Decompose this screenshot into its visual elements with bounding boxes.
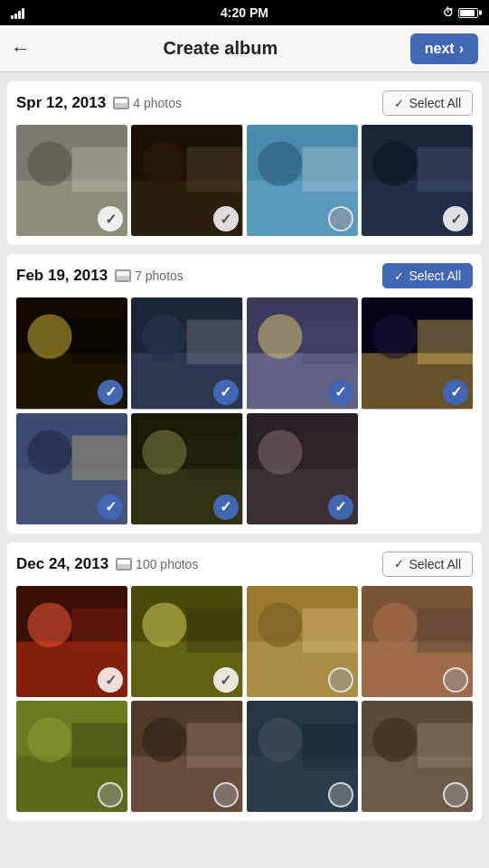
photos-icon [113,97,129,109]
photo-cell[interactable]: ✓ [131,701,242,812]
svg-rect-55 [302,608,358,652]
photo-cell[interactable]: ✓ [247,125,358,236]
svg-point-70 [258,717,302,761]
select-all-label: Select All [409,269,461,283]
photo-cell[interactable]: ✓ [131,125,242,236]
check-icon: ✓ [394,269,404,283]
svg-rect-75 [417,723,473,768]
page-title: Create album [164,38,278,59]
svg-rect-51 [187,608,243,652]
photo-cell[interactable]: ✓ [362,297,473,409]
photo-cell[interactable]: ✓ [16,413,127,524]
photo-count-text-1: 7 photos [135,269,183,283]
photo-check-overlay: ✓ [213,206,239,231]
next-label: next [425,41,455,57]
section-photo-count-1: 7 photos [115,269,183,283]
svg-rect-19 [72,320,128,364]
section-photo-count-0: 4 photos [113,96,182,110]
photo-cell[interactable]: ✓ [247,413,358,524]
status-time: 4:20 PM [221,5,268,20]
select-all-button-0[interactable]: ✓Select All [382,90,473,116]
photo-cell[interactable]: ✓ [16,586,127,697]
select-all-button-2[interactable]: ✓Select All [382,552,473,577]
section-header-2: Dec 24, 2013100 photos✓Select All [16,552,473,577]
section-photo-count-2: 100 photos [116,557,198,571]
photo-check-overlay: ✓ [328,495,353,520]
section-header-1: Feb 19, 20137 photos✓Select All [16,263,473,288]
photo-check-overlay: ✓ [213,667,239,693]
svg-rect-59 [417,608,473,652]
photo-count-text-2: 100 photos [136,557,198,571]
photo-cell[interactable]: ✓ [247,586,358,697]
photo-check-overlay: ✓ [328,782,353,807]
svg-rect-31 [417,320,473,364]
svg-rect-7 [187,147,243,192]
photos-icon [115,269,131,282]
svg-point-58 [372,602,417,646]
photo-cell[interactable]: ✓ [16,297,127,409]
clock-icon: ⏱ [443,6,454,19]
back-button[interactable]: ← [11,37,31,61]
photo-check-overlay: ✓ [443,380,468,405]
photo-grid-2: ✓ ✓ ✓ ✓ ✓ ✓ ✓ ✓ [16,586,473,813]
svg-point-6 [143,141,187,185]
photo-check-overlay: ✓ [213,782,239,807]
photo-cell[interactable]: ✓ [362,701,473,812]
photo-check-overlay: ✓ [328,206,353,231]
photo-check-overlay: ✓ [98,495,123,520]
svg-point-38 [143,429,187,474]
svg-point-54 [258,602,302,646]
section-date-2: Dec 24, 2013 [16,555,108,573]
photo-cell[interactable]: ✓ [131,586,242,697]
svg-point-30 [372,315,417,359]
svg-rect-11 [302,147,358,192]
svg-point-34 [27,429,71,474]
photo-count-text-0: 4 photos [133,96,182,110]
battery-icon [458,8,478,18]
svg-rect-39 [187,435,243,479]
section-date-info-0: Spr 12, 20134 photos [16,94,182,112]
status-right-area: ⏱ [443,6,478,19]
check-icon: ✓ [394,557,404,571]
photo-cell[interactable]: ✓ [16,125,127,236]
select-all-label: Select All [409,557,461,571]
svg-point-66 [143,717,187,761]
select-all-button-1[interactable]: ✓Select All [382,263,473,288]
photo-cell[interactable]: ✓ [362,125,473,236]
svg-rect-71 [302,723,358,768]
svg-rect-23 [187,320,243,364]
section-card-1: Feb 19, 20137 photos✓Select All ✓ ✓ ✓ ✓ … [7,254,482,533]
photo-cell[interactable]: ✓ [16,701,127,812]
photo-cell[interactable]: ✓ [247,297,358,409]
status-bar: 4:20 PM ⏱ [0,0,489,25]
select-all-label: Select All [409,96,461,110]
photo-cell[interactable]: ✓ [131,413,242,524]
navbar: ← Create album next › [0,25,489,72]
svg-rect-27 [302,320,358,364]
photo-cell[interactable]: ✓ [131,297,242,409]
svg-rect-15 [417,147,473,192]
photos-icon [116,558,132,571]
check-icon: ✓ [394,97,404,110]
photo-check-overlay: ✓ [98,380,123,405]
svg-point-62 [27,717,71,761]
svg-point-46 [27,602,71,646]
section-date-0: Spr 12, 2013 [16,94,106,112]
svg-rect-43 [302,435,358,479]
signal-area [11,6,24,19]
section-card-2: Dec 24, 2013100 photos✓Select All ✓ ✓ ✓ … [7,542,482,822]
photo-grid-0: ✓ ✓ ✓ ✓ [16,125,473,236]
svg-point-26 [258,315,302,359]
svg-rect-47 [72,608,128,652]
next-button[interactable]: next › [410,33,478,64]
svg-rect-63 [72,723,128,768]
photo-check-overlay: ✓ [213,380,239,405]
photo-cell[interactable]: ✓ [247,701,358,812]
photo-check-overlay: ✓ [443,667,468,693]
svg-point-18 [27,315,71,359]
photo-check-overlay: ✓ [213,495,239,520]
svg-point-14 [372,141,417,185]
content-area: Spr 12, 20134 photos✓Select All ✓ ✓ ✓ ✓F… [0,72,489,830]
svg-point-2 [27,141,71,185]
photo-cell[interactable]: ✓ [362,586,473,697]
